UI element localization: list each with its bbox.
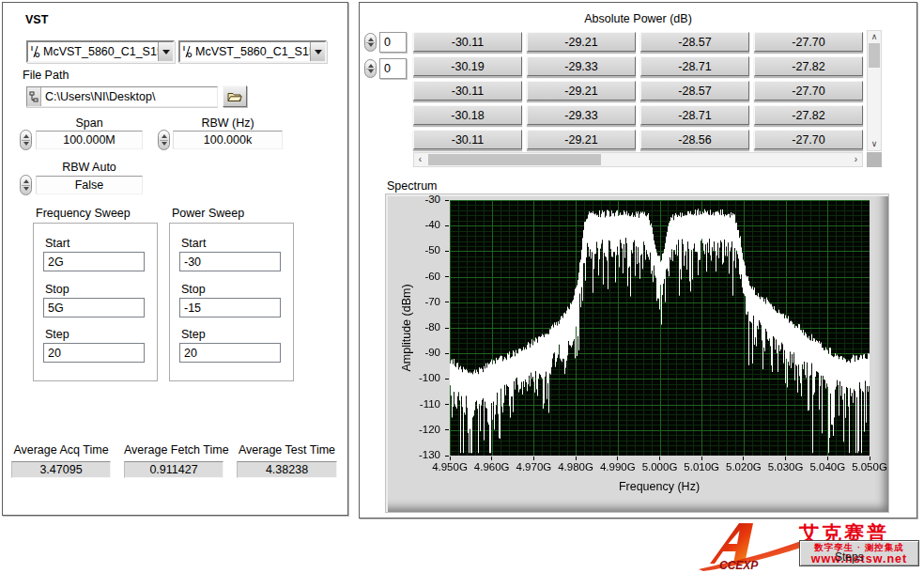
span-label: Span (36, 116, 143, 130)
power-start-label: Start (181, 237, 206, 250)
dropdown-arrow-icon[interactable] (158, 42, 173, 61)
table-cell[interactable]: -28.71 (640, 56, 749, 76)
x-tick-mark (659, 457, 660, 460)
power-step-input[interactable] (179, 343, 281, 363)
y-tick-mark (445, 456, 449, 457)
rbw-spinner[interactable] (158, 130, 170, 150)
y-tick-label: -90 (386, 347, 440, 358)
scroll-left-icon[interactable]: ‹ (414, 153, 426, 166)
table-cell[interactable]: -29.21 (527, 81, 636, 101)
table-cell[interactable]: -28.71 (640, 105, 749, 125)
accexp-logo-caption: CCEXP (719, 559, 759, 571)
table-cell[interactable]: -27.70 (754, 81, 863, 101)
table-cell[interactable]: -27.70 (754, 130, 863, 149)
freq-start-label: Start (45, 237, 69, 250)
svg-text:O: O (187, 52, 192, 58)
y-tick-mark (445, 200, 449, 201)
scroll-right-icon[interactable]: › (850, 153, 862, 166)
vst-selector-0-value: McVST_5860_C1_S15/0 (43, 45, 158, 58)
x-tick-mark (743, 457, 744, 460)
y-tick-mark (445, 251, 449, 252)
x-tick-mark (533, 457, 534, 460)
table-cell[interactable]: -28.57 (640, 32, 749, 52)
x-tick-mark (827, 457, 828, 460)
table-cell[interactable]: -29.21 (527, 130, 636, 149)
y-tick-mark (445, 328, 449, 329)
table-row-index-field[interactable]: 0 (379, 32, 407, 53)
frequency-sweep-label: Frequency Sweep (36, 207, 131, 220)
span-field[interactable]: 100.000M (36, 131, 143, 149)
table-cell[interactable]: -30.19 (413, 56, 522, 76)
table-horizontal-scrollbar[interactable]: ‹ › (413, 152, 863, 167)
y-tick-label: -110 (386, 398, 440, 410)
frequency-sweep-group: Start Stop Step (33, 223, 158, 381)
spectrum-graph: -30-40-50-60-70-80-90-100-110-120-130 4.… (385, 194, 889, 513)
dropdown-arrow-icon[interactable] (310, 42, 325, 61)
x-tick-mark (576, 457, 577, 460)
absolute-power-table: -30.11-29.21-28.57-27.70-30.19-29.33-28.… (413, 32, 863, 149)
table-cell[interactable]: -30.18 (413, 105, 522, 125)
horizontal-scroll-thumb[interactable] (428, 154, 601, 165)
y-tick-label: -30 (386, 194, 440, 205)
table-cell[interactable]: -28.56 (640, 130, 749, 149)
freq-step-input[interactable] (43, 343, 145, 363)
table-cell[interactable]: -29.21 (527, 32, 636, 52)
y-tick-mark (445, 302, 449, 302)
span-spinner[interactable] (20, 130, 32, 150)
freq-stop-input[interactable] (43, 298, 145, 317)
freq-start-input[interactable] (43, 252, 145, 271)
vst-selector-0[interactable]: IO McVST_5860_C1_S15/0 (26, 40, 175, 63)
browse-button[interactable] (223, 85, 247, 107)
y-tick-mark (445, 225, 449, 226)
power-sweep-label: Power Sweep (172, 207, 244, 220)
avg-acq-time-value: 3.47095 (11, 461, 111, 478)
table-cell[interactable]: -28.57 (640, 81, 749, 101)
y-tick-label: -50 (386, 244, 440, 256)
table-col-index-field[interactable]: 0 (379, 58, 407, 79)
power-step-label: Step (181, 328, 206, 341)
avg-test-time-label: Average Test Time (237, 443, 337, 457)
y-tick-label: -80 (386, 321, 440, 333)
rbw-auto-spinner[interactable] (20, 175, 32, 195)
avg-test-time-value: 4.38238 (237, 461, 337, 478)
y-tick-mark (445, 429, 449, 430)
vst-label: VST (25, 13, 48, 26)
rbw-auto-field[interactable]: False (36, 176, 143, 194)
table-cell[interactable]: -30.11 (413, 81, 522, 101)
accexp-logo: CCEXP (697, 520, 802, 571)
table-cell[interactable]: -29.33 (527, 105, 636, 125)
scroll-up-icon[interactable]: ∧ (868, 31, 881, 43)
io-type-icon: IO (28, 45, 43, 58)
y-tick-mark (445, 353, 449, 354)
power-sweep-group: Start Stop Step (169, 223, 294, 381)
y-axis-label: Amplitude (dBm) (400, 253, 413, 403)
table-cell[interactable]: -30.11 (413, 130, 522, 149)
power-stop-input[interactable] (179, 298, 281, 317)
table-cell[interactable]: -27.82 (754, 105, 863, 125)
freq-stop-label: Stop (45, 283, 69, 296)
table-cell[interactable]: -27.70 (754, 32, 863, 52)
spectrum-canvas[interactable] (450, 200, 870, 456)
x-tick-label: 5.050G (841, 461, 898, 472)
table-cell[interactable]: -30.11 (413, 32, 522, 52)
vertical-scroll-thumb[interactable] (869, 43, 880, 68)
file-path-label: File Path (23, 69, 69, 82)
power-start-input[interactable] (179, 252, 281, 271)
table-cell[interactable]: -29.33 (527, 56, 636, 76)
file-path-input[interactable] (41, 87, 217, 106)
x-axis-label: Frequency (Hz) (584, 480, 734, 493)
y-tick-mark (445, 404, 449, 405)
table-vertical-scrollbar[interactable]: ∧ ∨ (867, 30, 882, 151)
x-tick-mark (785, 457, 786, 460)
file-path-control[interactable] (26, 86, 218, 107)
table-col-index-spinner[interactable] (364, 59, 377, 78)
vst-selector-1[interactable]: IO McVST_5860_C1_S15/1 (178, 40, 327, 63)
vst-selector-1-value: McVST_5860_C1_S15/1 (195, 45, 310, 58)
table-cell[interactable]: -27.82 (754, 56, 863, 76)
svg-text:I: I (31, 45, 33, 52)
y-tick-label: -130 (386, 449, 440, 460)
table-row-index-spinner[interactable] (364, 33, 377, 52)
avg-acq-time-label: Average Acq Time (11, 443, 111, 457)
rbw-field[interactable]: 100.000k (173, 131, 283, 149)
scroll-down-icon[interactable]: ∨ (868, 138, 881, 150)
